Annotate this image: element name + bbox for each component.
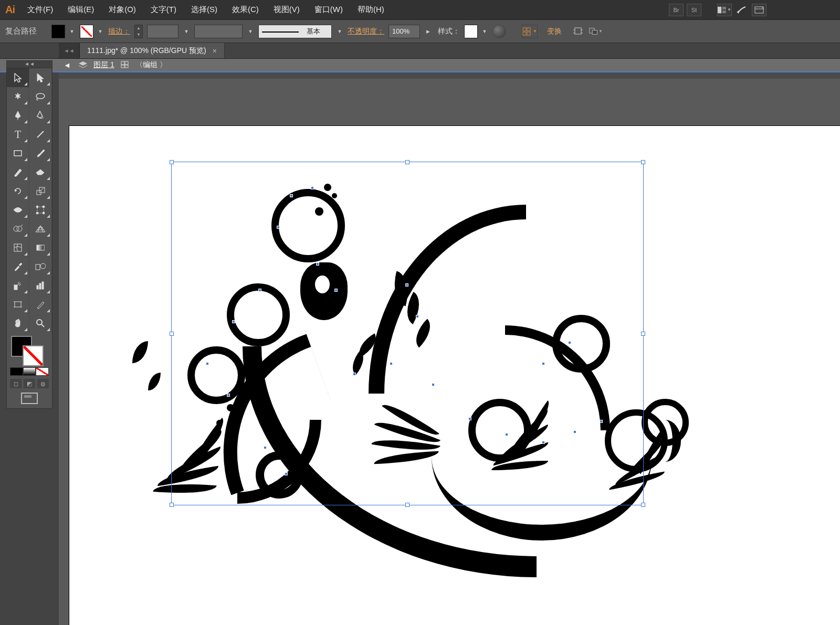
magic-wand-tool[interactable] <box>7 87 29 106</box>
menu-window[interactable]: 窗口(W) <box>307 0 350 19</box>
handle-ne[interactable] <box>641 160 645 164</box>
recolor-artwork-button[interactable] <box>492 25 506 38</box>
document-tab-strip: ◄◄ 1111.jpg* @ 100% (RGB/GPU 预览) × <box>0 43 840 59</box>
curvature-tool[interactable] <box>29 106 52 125</box>
rotate-tool[interactable] <box>7 182 29 200</box>
stroke-swatch[interactable]: ▼ <box>80 25 104 38</box>
edit-clip-button[interactable]: ▼ <box>589 25 603 38</box>
paintbrush-tool[interactable] <box>29 144 52 163</box>
brush-dd[interactable]: ▼ <box>336 25 343 38</box>
svg-rect-2 <box>722 10 726 13</box>
rectangle-tool[interactable] <box>7 144 29 163</box>
svg-rect-10 <box>592 30 597 34</box>
handle-nw[interactable] <box>170 160 174 164</box>
workspace-switcher[interactable]: ▼ <box>717 4 732 16</box>
eyedropper-tool[interactable] <box>7 257 29 276</box>
opacity-dd[interactable]: ▶ <box>424 25 432 38</box>
graphic-style-swatch[interactable]: ▼ <box>464 25 488 38</box>
gradient-tool[interactable] <box>29 238 52 257</box>
handle-w[interactable] <box>170 332 174 336</box>
svg-point-25 <box>14 226 19 231</box>
opacity-input[interactable]: 100% <box>388 25 420 38</box>
bridge-button[interactable]: Br <box>669 4 684 16</box>
arrange-docs-button[interactable] <box>752 4 766 16</box>
menu-edit[interactable]: 编辑(E) <box>60 0 101 19</box>
screen-mode-button[interactable] <box>21 393 38 404</box>
handle-sw[interactable] <box>170 503 174 507</box>
hand-tool[interactable] <box>7 314 29 333</box>
breadcrumb-back-icon[interactable]: ◄ <box>62 61 72 69</box>
stroke-weight-input[interactable] <box>147 25 178 38</box>
free-transform-tool[interactable] <box>29 200 52 219</box>
svg-rect-13 <box>121 65 124 68</box>
width-tool[interactable] <box>7 200 29 219</box>
pen-tool[interactable] <box>7 106 29 125</box>
perspective-grid-tool[interactable] <box>29 219 52 238</box>
opacity-label-link[interactable]: 不透明度： <box>348 27 384 36</box>
symbol-sprayer-tool[interactable] <box>7 276 29 295</box>
menu-effect[interactable]: 效果(C) <box>225 0 266 19</box>
stroke-weight-dd[interactable]: ▼ <box>183 25 190 38</box>
lasso-tool[interactable] <box>29 87 52 106</box>
transform-label-link[interactable]: 变换 <box>547 27 562 36</box>
document-tab[interactable]: 1111.jpg* @ 100% (RGB/GPU 预览) × <box>80 43 225 58</box>
eraser-tool[interactable] <box>29 163 52 182</box>
svg-rect-3 <box>755 7 763 13</box>
draw-inside-icon[interactable]: ◍ <box>37 379 49 388</box>
svg-point-21 <box>36 206 38 208</box>
type-tool[interactable]: T <box>7 125 29 144</box>
tool-panel-collapse[interactable]: ◄◄ <box>7 61 52 68</box>
variable-width-dd[interactable]: ▼ <box>247 25 254 38</box>
breadcrumb-layer[interactable]: 图层 1 <box>93 60 114 70</box>
pencil-tool[interactable] <box>7 163 29 182</box>
line-tool[interactable] <box>29 125 52 144</box>
handle-e[interactable] <box>641 332 645 336</box>
menu-help[interactable]: 帮助(H) <box>350 0 392 19</box>
app-logo: Ai <box>0 0 20 20</box>
stroke-indicator[interactable] <box>23 345 44 366</box>
isolate-button[interactable] <box>571 25 585 38</box>
variable-width-profile[interactable] <box>194 25 243 38</box>
menu-select[interactable]: 选择(S) <box>184 0 225 19</box>
handle-se[interactable] <box>641 503 645 507</box>
handle-s[interactable] <box>405 503 410 507</box>
draw-normal-icon[interactable]: ◻ <box>10 379 22 388</box>
menu-file[interactable]: 文件(F) <box>20 0 60 19</box>
scale-tool[interactable] <box>29 182 52 200</box>
svg-rect-7 <box>527 32 530 35</box>
artboard[interactable] <box>69 126 840 625</box>
selection-type-label: 复合路径 <box>5 26 37 36</box>
stroke-weight-stepper[interactable]: ▲▼ <box>134 25 143 38</box>
selection-tool[interactable] <box>7 68 29 87</box>
svg-rect-29 <box>36 264 40 270</box>
column-graph-tool[interactable] <box>29 276 52 295</box>
svg-rect-35 <box>15 302 21 307</box>
draw-behind-icon[interactable]: ◩ <box>24 379 35 388</box>
color-mode-row[interactable] <box>7 366 52 377</box>
fill-swatch[interactable]: ▼ <box>51 25 76 38</box>
tab-panel-toggle[interactable]: ◄◄ <box>59 43 80 58</box>
handle-n[interactable] <box>405 160 410 164</box>
direct-selection-tool[interactable] <box>29 68 52 87</box>
artboard-tool[interactable] <box>7 295 29 314</box>
mesh-tool[interactable] <box>7 238 29 257</box>
zoom-tool[interactable] <box>29 314 52 333</box>
blend-tool[interactable] <box>29 257 52 276</box>
align-panel-button[interactable]: ▼ <box>522 25 538 38</box>
stock-button[interactable]: St <box>687 4 701 16</box>
svg-point-23 <box>36 212 38 214</box>
svg-point-26 <box>17 226 22 231</box>
stroke-label-link[interactable]: 描边： <box>108 27 130 36</box>
brush-definition[interactable]: 基本 <box>258 25 332 38</box>
sync-icon[interactable] <box>735 3 749 17</box>
fill-stroke-indicator[interactable] <box>7 333 52 366</box>
breadcrumb-group: 〈编组 〉 <box>135 60 167 70</box>
selection-bounding-box[interactable] <box>171 162 644 505</box>
close-tab-icon[interactable]: × <box>213 47 217 55</box>
canvas[interactable] <box>59 79 840 625</box>
shape-builder-tool[interactable] <box>7 219 29 238</box>
menu-view[interactable]: 视图(V) <box>266 0 307 19</box>
menu-object[interactable]: 对象(O) <box>101 0 143 19</box>
slice-tool[interactable] <box>29 295 52 314</box>
menu-type[interactable]: 文字(T) <box>143 0 184 19</box>
